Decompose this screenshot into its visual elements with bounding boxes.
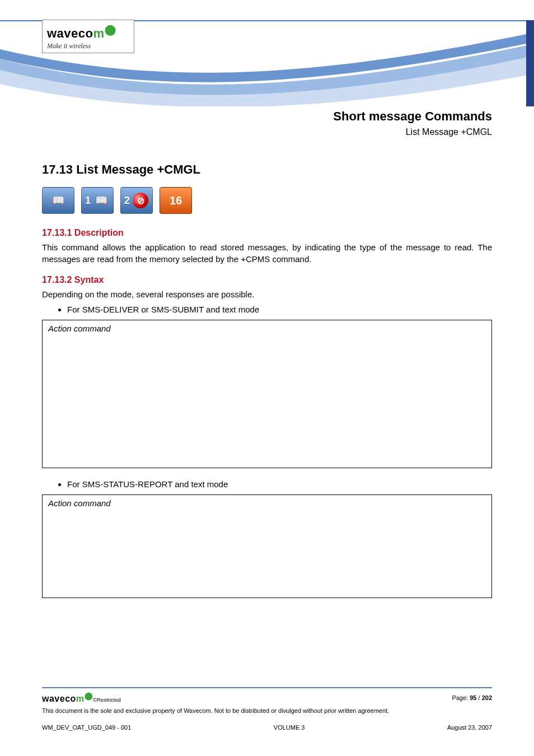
chapter-subtitle: List Message +CMGL — [333, 127, 492, 137]
brand-prefix: waveco — [47, 26, 93, 40]
page-content: 17.13 List Message +CMGL 📖 1 📖 2 ⊘ 16 17… — [42, 162, 492, 609]
brand-tagline: Make it wireless — [47, 42, 129, 50]
footer-rule — [42, 687, 492, 688]
page-total: 202 — [482, 694, 492, 701]
footer-doc-id: WM_DEV_OAT_UGD_049 - 001 — [42, 724, 131, 731]
bullet-deliver-submit: For SMS-DELIVER or SMS-SUBMIT and text m… — [67, 305, 492, 314]
footer-legal: This document is the sole and exclusive … — [42, 707, 492, 714]
footer-volume: VOLUME 3 — [274, 724, 305, 731]
compat-icon-row: 📖 1 📖 2 ⊘ 16 — [42, 187, 492, 214]
book-icon: 📖 — [52, 194, 64, 207]
syntax-list-2: For SMS-STATUS-REPORT and text mode — [67, 479, 492, 489]
brand-name: wavecom⬤ — [47, 24, 129, 41]
brand-badge-icon: ⬤ — [105, 24, 116, 35]
chapter-ref-icon: 16 — [160, 187, 192, 214]
footer-date: August 23, 2007 — [447, 724, 492, 731]
footer-page: Page: 95 / 202 — [452, 694, 492, 701]
syntax-intro: Depending on the mode, several responses… — [42, 288, 492, 300]
brand-suffix: m — [93, 26, 105, 40]
footer-brand-suffix: m — [76, 694, 85, 703]
sim2-blocked-icon: 2 ⊘ — [120, 187, 153, 214]
sim-icon: 📖 — [42, 187, 74, 214]
footer-restricted: ©Restricted — [93, 697, 121, 703]
chapter-header: Short message Commands List Message +CMG… — [333, 109, 492, 137]
footer-brand: wavecom⬤©Restricted — [42, 692, 121, 704]
blocked-icon: ⊘ — [133, 193, 148, 208]
bullet-status-report: For SMS-STATUS-REPORT and text mode — [67, 479, 492, 489]
svg-rect-1 — [526, 20, 534, 106]
footer-badge-icon: ⬤ — [85, 692, 93, 700]
section-title: 17.13 List Message +CMGL — [42, 162, 492, 177]
badge-num-16: 16 — [170, 194, 182, 207]
syntax-list-1: For SMS-DELIVER or SMS-SUBMIT and text m… — [67, 305, 492, 314]
syntax-heading: 17.13.2 Syntax — [42, 275, 492, 285]
brand-logo: wavecom⬤ Make it wireless — [42, 20, 134, 53]
action-command-label: Action command — [48, 324, 111, 333]
slash-glyph: ⊘ — [137, 195, 144, 206]
footer-brand-prefix: waveco — [42, 694, 76, 703]
action-command-box-1: Action command — [42, 320, 492, 468]
chapter-title: Short message Commands — [333, 109, 492, 124]
header-swoosh — [0, 0, 534, 106]
badge-num-2: 2 — [124, 195, 130, 207]
page-sep: / — [476, 694, 481, 701]
sim1-icon: 1 📖 — [81, 187, 114, 214]
description-body: This command allows the application to r… — [42, 241, 492, 265]
description-heading: 17.13.1 Description — [42, 228, 492, 238]
page-label: Page: — [452, 694, 470, 701]
badge-num-1: 1 — [85, 195, 91, 207]
action-command-label: Action command — [48, 498, 111, 508]
page-current: 95 — [470, 694, 476, 701]
book-icon: 📖 — [95, 194, 107, 207]
page-footer: wavecom⬤©Restricted Page: 95 / 202 This … — [42, 687, 492, 731]
action-command-box-2: Action command — [42, 494, 492, 598]
